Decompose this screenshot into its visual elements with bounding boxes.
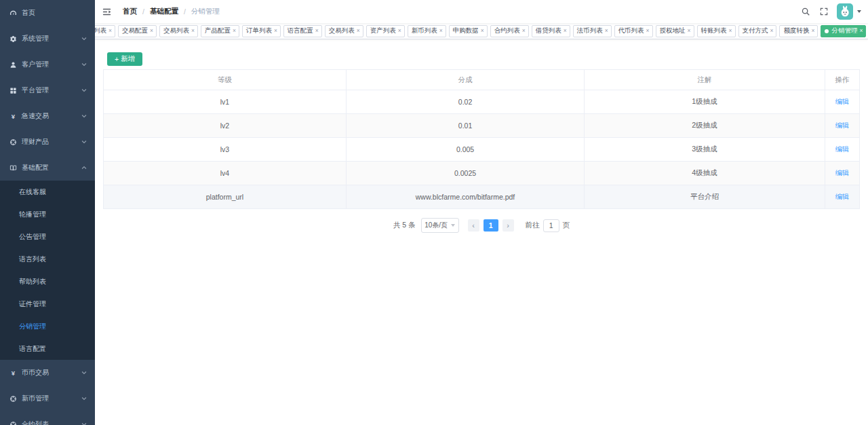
tab-close-icon[interactable]: × [274,28,277,34]
tab[interactable]: 转账列表× [697,25,736,37]
breadcrumb-item[interactable]: 基础配置 [150,7,178,16]
tab-close-icon[interactable]: × [191,28,195,34]
page-size-select[interactable]: 10条/页 [421,218,459,233]
sidebar-item[interactable]: ¥币币交易 [0,360,95,386]
edit-link[interactable]: 编辑 [835,122,849,129]
sidebar-item[interactable]: 理财产品 [0,129,95,155]
sidebar-subitem[interactable]: 语言列表 [0,248,95,270]
edit-link[interactable]: 编辑 [835,98,849,105]
sidebar-item-label: 客户管理 [22,60,49,69]
sidebar-item[interactable]: 合约列表 [0,411,95,425]
tab[interactable]: 交易列表× [325,25,363,37]
edit-link[interactable]: 编辑 [835,145,849,153]
cell-share: 0.005 [346,138,584,162]
tab[interactable]: 合约列表× [490,25,529,37]
tab-close-icon[interactable]: × [398,28,401,34]
tab[interactable]: 资产列表× [366,25,405,37]
tab[interactable]: 新币列表× [408,25,446,37]
tab-close-icon[interactable]: × [646,28,650,34]
hamburger-icon[interactable] [102,7,112,17]
chevron-down-icon [451,224,455,227]
tab-label: 申购数据 [453,26,479,35]
tab-close-icon[interactable]: × [605,28,608,34]
tab-close-icon[interactable]: × [315,28,319,34]
aperture-icon [9,420,17,425]
sidebar-item[interactable]: ¥急速交易 [0,103,95,129]
tab[interactable]: 语言配置× [283,25,322,37]
tab-close-icon[interactable]: × [811,28,814,34]
tab[interactable]: 额度转换× [779,25,818,37]
tab-close-icon[interactable]: × [233,28,236,34]
tab[interactable]: 交易列表× [159,25,198,37]
tab[interactable]: 授权地址× [656,25,694,37]
sidebar-subitem[interactable]: 轮播管理 [0,203,95,225]
prev-page-button[interactable]: ‹ [468,219,479,232]
breadcrumb-item[interactable]: 首页 [123,7,137,16]
chevron-down-icon[interactable] [857,10,861,13]
goto-page-input[interactable] [543,219,559,232]
sidebar-subitem[interactable]: 帮助列表 [0,270,95,293]
sidebar-item[interactable]: 新币管理 [0,386,95,411]
tab-close-icon[interactable]: × [688,28,691,34]
search-icon[interactable] [801,7,810,16]
sidebar-subitem[interactable]: 语言配置 [0,337,95,360]
tab-close-icon[interactable]: × [439,28,443,34]
tab-close-icon[interactable]: × [481,28,484,34]
tab[interactable]: 法币列表× [573,25,612,37]
sidebar-subitem[interactable]: 证件管理 [0,293,95,315]
fullscreen-icon[interactable] [819,7,829,16]
tab-label: 代币列表 [618,26,644,35]
sidebar-item[interactable]: 系统管理 [0,26,95,52]
sidebar-item-label: 币币交易 [22,368,49,377]
tab-close-icon[interactable]: × [770,28,774,34]
sidebar-item[interactable]: 客户管理 [0,52,95,77]
tab-close-icon[interactable]: × [150,28,153,34]
tab-close-icon[interactable]: × [564,28,567,34]
chevron-down-icon [81,395,87,402]
tab-active[interactable]: 分销管理× [821,25,866,37]
sidebar-item[interactable]: 首页 [0,0,95,26]
tab-close-icon[interactable]: × [859,28,863,34]
yen-icon: ¥ [9,369,17,377]
aperture-icon [9,394,17,403]
add-button[interactable]: + 新增 [107,52,142,66]
cell-note: 3级抽成 [585,138,825,162]
chevron-down-icon [81,113,87,119]
sidebar-item[interactable]: 基础配置 [0,155,95,181]
edit-link[interactable]: 编辑 [835,193,849,200]
tab[interactable]: 列表× [95,25,115,37]
tab-label: 转账列表 [701,26,727,35]
tab[interactable]: 申购数据× [449,25,488,37]
tab-close-icon[interactable]: × [729,28,732,34]
tab-close-icon[interactable]: × [522,28,526,34]
yen-icon: ¥ [9,112,17,120]
tab-label: 法币列表 [577,26,603,35]
tab[interactable]: 借贷列表× [532,25,570,37]
tab[interactable]: 产品配置× [201,25,239,37]
sidebar-item[interactable]: 平台管理 [0,77,95,103]
goto-suffix: 页 [563,221,570,230]
chevron-down-icon [81,369,87,376]
cell-level: lv4 [104,162,347,185]
main-area: 首页/基础配置/分销管理 列表×交易配置×交易列表×产品配置×订单列表×语言配置… [95,0,868,425]
tab[interactable]: 订单列表× [242,25,281,37]
tab[interactable]: 支付方式× [738,25,777,37]
sidebar-subitem[interactable]: 在线客服 [0,181,95,203]
sidebar-subitem-active[interactable]: 分销管理 [0,315,95,337]
table-column-header: 操作 [825,70,859,90]
page-number-active[interactable]: 1 [484,219,498,232]
tab-label: 额度转换 [783,26,809,35]
tab[interactable]: 代币列表× [614,25,653,37]
edit-link[interactable]: 编辑 [835,169,849,177]
sidebar-submenu: 在线客服轮播管理公告管理语言列表帮助列表证件管理分销管理语言配置 [0,181,95,360]
tab-close-icon[interactable]: × [357,28,360,34]
avatar[interactable] [837,3,853,20]
tab-close-icon[interactable]: × [108,28,112,34]
cell-level: lv2 [104,114,347,138]
tab[interactable]: 交易配置× [118,25,157,37]
sidebar-subitem[interactable]: 公告管理 [0,225,95,248]
breadcrumb: 首页/基础配置/分销管理 [123,7,220,16]
next-page-button[interactable]: › [502,219,514,232]
tab-label: 合约列表 [494,26,520,35]
sidebar-item-label: 基础配置 [22,163,49,172]
